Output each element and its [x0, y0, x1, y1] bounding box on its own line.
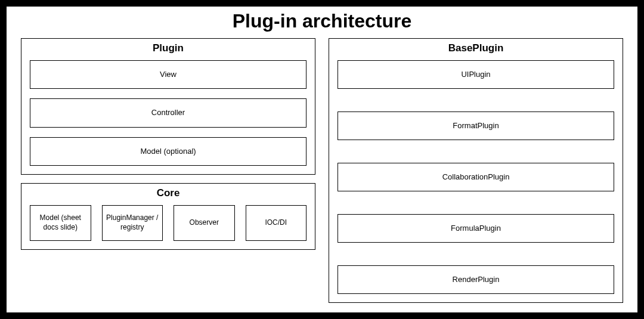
plugin-view-box: View: [30, 60, 306, 89]
right-column: BasePlugin UIPlugin FormatPlugin Collabo…: [329, 38, 623, 303]
diagram-frame: Plug-in architecture Plugin View Control…: [6, 6, 638, 313]
formulaplugin-box: FormulaPlugin: [338, 214, 614, 243]
plugin-panel-title: Plugin: [30, 42, 306, 54]
plugin-controller-box: Controller: [30, 98, 306, 127]
baseplugin-panel-title: BasePlugin: [338, 42, 614, 54]
core-iocdi-box: IOC/DI: [246, 205, 307, 241]
columns: Plugin View Controller Model (optional) …: [21, 38, 623, 303]
core-panel: Core Model (sheet docs slide) PluginMana…: [21, 183, 315, 250]
plugin-stack: View Controller Model (optional): [30, 60, 306, 166]
baseplugin-panel: BasePlugin UIPlugin FormatPlugin Collabo…: [329, 38, 623, 303]
diagram-title: Plug-in architecture: [21, 10, 623, 32]
core-observer-box: Observer: [174, 205, 235, 241]
plugin-model-box: Model (optional): [30, 137, 306, 166]
core-panel-title: Core: [30, 187, 306, 199]
uiplugin-box: UIPlugin: [338, 60, 614, 89]
baseplugin-stack: UIPlugin FormatPlugin CollaborationPlugi…: [338, 60, 614, 294]
renderplugin-box: RenderPlugin: [338, 265, 614, 294]
core-pluginmanager-box: PluginManager / registry: [102, 205, 163, 241]
formatplugin-box: FormatPlugin: [338, 112, 614, 140]
collaborationplugin-box: CollaborationPlugin: [338, 163, 614, 191]
core-model-box: Model (sheet docs slide): [30, 205, 91, 241]
plugin-panel: Plugin View Controller Model (optional): [21, 38, 315, 175]
left-column: Plugin View Controller Model (optional) …: [21, 38, 315, 303]
core-row: Model (sheet docs slide) PluginManager /…: [30, 205, 306, 241]
